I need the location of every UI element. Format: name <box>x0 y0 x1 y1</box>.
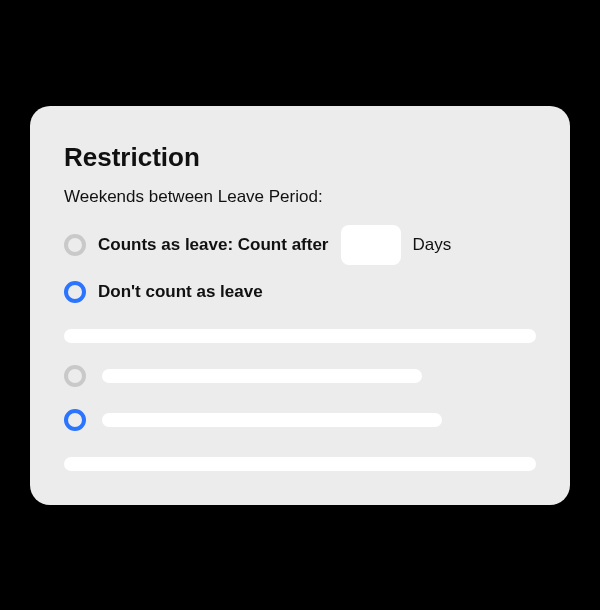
radio-dont-count[interactable] <box>64 281 86 303</box>
skeleton-section <box>64 329 536 471</box>
days-suffix: Days <box>413 235 452 255</box>
option-counts-as-leave: Counts as leave: Count after Days <box>64 225 536 265</box>
card-title: Restriction <box>64 142 536 173</box>
days-input[interactable] <box>341 225 401 265</box>
option-dont-count-label: Don't count as leave <box>98 282 263 302</box>
skeleton-bar <box>64 457 536 471</box>
skeleton-option-row <box>64 409 536 431</box>
skeleton-option-row <box>64 365 536 387</box>
card-subtitle: Weekends between Leave Period: <box>64 187 536 207</box>
option-dont-count: Don't count as leave <box>64 281 536 303</box>
restriction-card: Restriction Weekends between Leave Perio… <box>30 106 570 505</box>
skeleton-bar <box>102 369 422 383</box>
radio-counts-as-leave[interactable] <box>64 234 86 256</box>
option-counts-label: Counts as leave: Count after <box>98 235 329 255</box>
option-counts-inline: Counts as leave: Count after Days <box>98 225 536 265</box>
skeleton-radio-selected <box>64 409 86 431</box>
skeleton-radio <box>64 365 86 387</box>
skeleton-bar <box>64 329 536 343</box>
skeleton-bar <box>102 413 442 427</box>
